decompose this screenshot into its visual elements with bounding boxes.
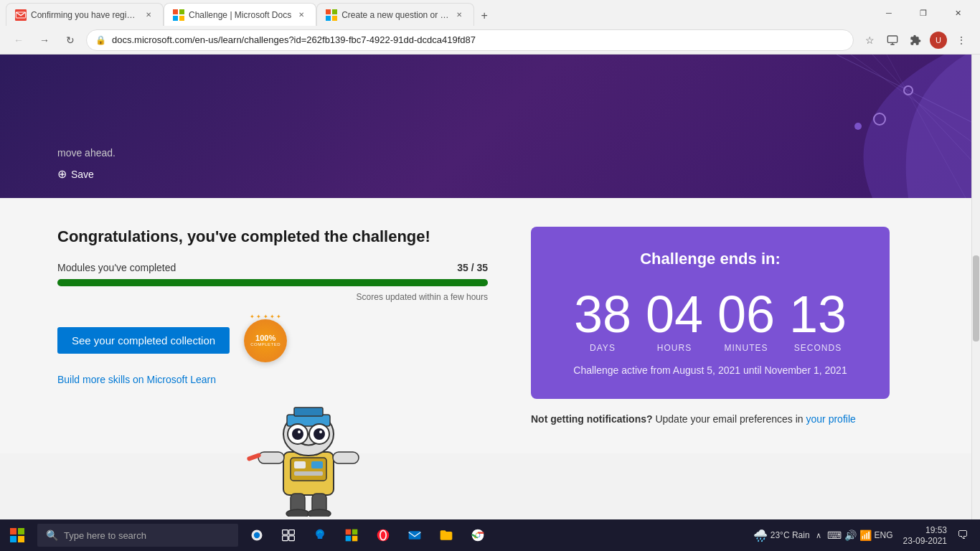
svg-rect-3 <box>179 9 184 14</box>
url-bar[interactable]: 🔒 docs.microsoft.com/en-us/learn/challen… <box>86 29 854 51</box>
create-favicon <box>326 9 337 21</box>
svg-point-26 <box>314 428 325 440</box>
taskbar-chrome[interactable] <box>462 519 494 551</box>
notification-main: Not getting notifications? <box>531 413 653 425</box>
tab-create[interactable]: Create a new question or start a ✕ <box>316 3 474 26</box>
svg-rect-7 <box>332 9 337 14</box>
days-value: 38 <box>567 288 639 340</box>
taskbar-search-text: Type here to search <box>64 530 146 541</box>
notification-link-text: Update your email preferences in <box>655 413 806 425</box>
svg-rect-31 <box>294 461 306 468</box>
scrollbar-thumb[interactable] <box>973 255 979 342</box>
taskbar-edge[interactable] <box>304 519 336 551</box>
profile-link[interactable]: your profile <box>806 413 856 425</box>
new-tab-button[interactable]: + <box>474 6 494 26</box>
taskbar-cortana[interactable] <box>241 519 273 551</box>
taskbar: 🔍 Type here to search <box>0 519 980 551</box>
language-text[interactable]: ENG <box>875 530 893 540</box>
minutes-label: MINUTES <box>710 343 782 353</box>
tab-msdocs-close[interactable]: ✕ <box>296 9 307 21</box>
msdocs-favicon <box>173 9 184 21</box>
cast-icon[interactable] <box>882 30 903 50</box>
mascot-area <box>237 395 380 519</box>
taskbar-date: 23-09-2021 <box>903 536 947 546</box>
taskbar-opera[interactable] <box>367 519 399 551</box>
build-skills-link[interactable]: Build more skills on Microsoft Learn <box>57 374 488 385</box>
save-icon: ⊕ <box>57 167 67 181</box>
toolbar-icons: ☆ U ⋮ <box>859 30 971 50</box>
tab-msdocs[interactable]: Challenge | Microsoft Docs ✕ <box>164 3 316 26</box>
system-icons: 🌧️ 23°C Rain ∧ ⌨ 🔊 📶 ENG <box>753 529 893 542</box>
svg-rect-50 <box>289 536 295 541</box>
modules-row: Modules you've completed 35 / 35 <box>57 262 488 273</box>
svg-rect-43 <box>10 536 17 542</box>
start-button[interactable] <box>0 519 34 551</box>
hours-label: HOURS <box>639 343 710 353</box>
svg-point-28 <box>319 430 322 433</box>
avatar[interactable]: U <box>930 32 947 49</box>
tab-gmail[interactable]: Confirming you have registered ✕ <box>6 3 164 26</box>
challenge-countdown-card: Challenge ends in: 38 DAYS 04 HOURS 06 <box>531 227 890 399</box>
back-button[interactable]: ← <box>9 30 29 50</box>
address-bar: ← → ↻ 🔒 docs.microsoft.com/en-us/learn/c… <box>0 26 980 55</box>
see-completed-button[interactable]: See your completed collection <box>57 327 230 354</box>
save-label: Save <box>71 169 94 180</box>
profile-icon[interactable]: U <box>928 30 948 50</box>
forward-button[interactable]: → <box>34 30 55 50</box>
progress-bar-fill <box>57 279 488 286</box>
seconds-label: SECONDS <box>782 343 854 353</box>
taskbar-explorer[interactable] <box>430 519 462 551</box>
taskbar-task-view[interactable] <box>273 519 304 551</box>
notification-section: Not getting notifications? Update your e… <box>531 413 890 425</box>
scrollbar[interactable] <box>971 55 980 551</box>
tabs-area: Confirming you have registered ✕ Challen… <box>6 0 867 26</box>
extensions-icon[interactable] <box>905 30 925 50</box>
maximize-button[interactable]: ❐ <box>907 1 940 24</box>
main-content: Congratulations, you've completed the ch… <box>0 198 980 453</box>
challenge-dates: Challenge active from August 5, 2021 unt… <box>554 364 867 376</box>
taskbar-mail[interactable] <box>399 519 430 551</box>
taskbar-search-box[interactable]: 🔍 Type here to search <box>37 524 238 547</box>
keyboard-icon[interactable]: ⌨ <box>827 529 842 541</box>
tab-gmail-title: Confirming you have registered <box>31 10 138 20</box>
svg-rect-54 <box>352 536 358 542</box>
network-icon[interactable]: 📶 <box>859 529 872 541</box>
svg-point-27 <box>298 430 301 433</box>
close-button[interactable]: ✕ <box>941 1 974 24</box>
countdown-days: 38 DAYS <box>567 288 639 353</box>
star-icon[interactable]: ☆ <box>859 30 880 50</box>
seconds-value: 13 <box>782 288 854 340</box>
browser-frame: Confirming you have registered ✕ Challen… <box>0 0 980 551</box>
banner-text: move ahead. <box>57 147 416 159</box>
svg-rect-52 <box>352 529 358 535</box>
taskbar-time: 19:53 <box>903 524 947 537</box>
svg-rect-32 <box>311 461 323 468</box>
volume-icon[interactable]: 🔊 <box>844 529 857 541</box>
completion-badge: ✦ ✦ ✦ ✦ ✦ 100% COMPLETED <box>244 319 287 362</box>
notification-icon: 🗨 <box>957 529 969 542</box>
top-banner: move ahead. ⊕ Save <box>0 55 980 198</box>
days-label: DAYS <box>567 343 639 353</box>
refresh-button[interactable]: ↻ <box>60 30 80 50</box>
tab-create-close[interactable]: ✕ <box>453 9 465 21</box>
gmail-favicon <box>15 9 27 21</box>
lock-icon: 🔒 <box>95 35 106 45</box>
system-tray-expand[interactable]: ∧ <box>816 531 821 540</box>
save-button[interactable]: ⊕ Save <box>57 164 94 184</box>
hours-value: 04 <box>639 288 710 340</box>
taskbar-store[interactable] <box>336 519 367 551</box>
badge-circle: ✦ ✦ ✦ ✦ ✦ 100% COMPLETED <box>244 319 287 362</box>
tab-gmail-close[interactable]: ✕ <box>143 9 154 21</box>
svg-rect-35 <box>333 452 359 463</box>
svg-point-13 <box>854 123 862 130</box>
svg-rect-53 <box>346 536 352 542</box>
clock-area[interactable]: 19:53 23-09-2021 <box>903 524 947 547</box>
svg-rect-42 <box>18 528 24 534</box>
minimize-button[interactable]: ─ <box>872 1 905 24</box>
menu-icon[interactable]: ⋮ <box>951 30 971 50</box>
svg-rect-41 <box>10 528 17 534</box>
badge-percent: 100% <box>255 334 275 342</box>
notification-button[interactable]: 🗨 <box>951 519 974 551</box>
svg-point-46 <box>254 532 260 538</box>
svg-rect-49 <box>283 536 288 541</box>
